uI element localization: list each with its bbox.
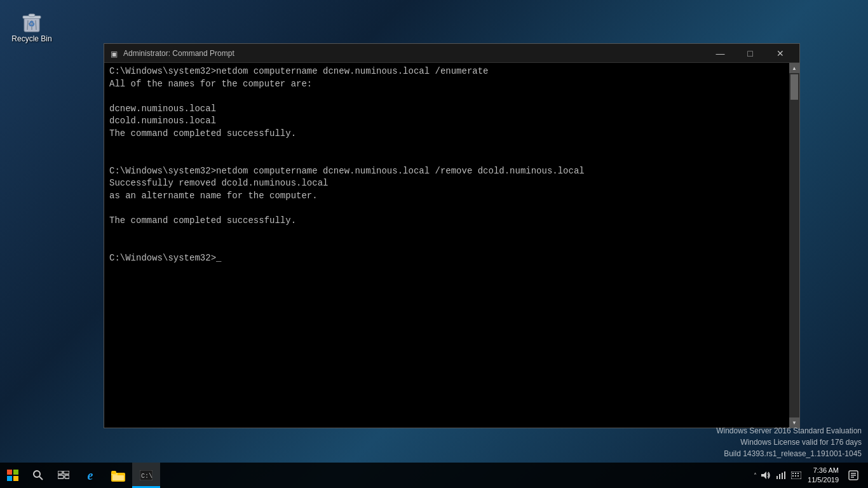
watermark-line2: Windows License valid for 176 days (716, 437, 862, 448)
recycle-bin-graphic: ♻ (19, 9, 44, 34)
taskbar: e C:\>_ ˄ (0, 463, 868, 488)
svg-rect-35 (795, 475, 796, 477)
tray-overflow-button[interactable]: ˄ (754, 472, 757, 479)
svg-rect-21 (111, 471, 116, 474)
search-button[interactable] (25, 463, 51, 488)
ie-taskbar-button[interactable]: e (76, 463, 104, 488)
svg-rect-33 (797, 473, 799, 474)
svg-line-14 (39, 477, 43, 480)
taskbar-items: e C:\>_ (76, 463, 749, 488)
system-clock[interactable]: 7:36 AM 11/5/2019 (805, 466, 841, 485)
explorer-icon (111, 469, 125, 482)
clock-date: 11/5/2019 (808, 475, 839, 485)
speaker-tray-icon[interactable] (759, 469, 772, 482)
os-watermark: Windows Server 2016 Standard Evaluation … (716, 425, 862, 459)
svg-line-5 (36, 20, 36, 30)
svg-rect-10 (13, 470, 18, 475)
svg-rect-27 (779, 474, 780, 479)
cmd-title-icon: ▣ (109, 48, 119, 58)
recycle-bin-label: Recycle Bin (11, 34, 51, 43)
svg-rect-17 (58, 475, 64, 478)
cmd-title-text: Administrator: Command Prompt (123, 49, 706, 58)
keyboard-icon (791, 471, 801, 479)
scroll-up-arrow[interactable]: ▲ (789, 63, 799, 73)
cmd-taskbar-button[interactable]: C:\>_ (132, 463, 160, 488)
system-tray: ˄ (749, 463, 868, 488)
svg-rect-36 (797, 475, 799, 477)
search-icon (33, 470, 43, 480)
svg-rect-11 (7, 476, 12, 481)
svg-rect-9 (7, 470, 12, 475)
maximize-button[interactable]: □ (736, 46, 764, 61)
watermark-line3: Build 14393.rs1_release_1.191001-1045 (716, 448, 862, 459)
svg-rect-26 (776, 476, 778, 479)
recycle-bin-icon[interactable]: ♻ Recycle Bin (6, 6, 57, 46)
svg-text:♻: ♻ (28, 20, 35, 29)
task-view-button[interactable] (51, 463, 76, 488)
svg-rect-29 (784, 471, 785, 479)
scroll-track[interactable] (789, 73, 799, 417)
ie-icon: e (88, 468, 93, 483)
svg-text:C:\>_: C:\>_ (141, 473, 153, 480)
cmd-output[interactable]: C:\Windows\system32>netdom computername … (104, 63, 789, 428)
scrollbar[interactable]: ▲ ▼ (789, 63, 799, 428)
network-tray-icon[interactable] (775, 469, 787, 482)
svg-rect-18 (65, 475, 69, 478)
svg-rect-34 (792, 475, 794, 477)
svg-rect-28 (782, 473, 783, 479)
close-button[interactable]: ✕ (766, 46, 794, 61)
network-icon (776, 471, 786, 480)
cmd-icon: C:\>_ (140, 470, 153, 480)
scroll-thumb[interactable] (790, 74, 798, 100)
svg-point-13 (34, 471, 40, 477)
window-controls: — □ ✕ (706, 46, 794, 61)
cmd-content-wrapper: C:\Windows\system32>netdom computername … (104, 63, 799, 428)
svg-rect-32 (795, 473, 796, 474)
taskview-icon (58, 471, 69, 480)
svg-rect-31 (792, 473, 794, 474)
clock-time: 7:36 AM (808, 466, 839, 475)
explorer-taskbar-button[interactable] (104, 463, 132, 488)
notification-icon (848, 470, 858, 480)
minimize-button[interactable]: — (706, 46, 735, 61)
svg-rect-16 (64, 471, 69, 474)
svg-text:▣: ▣ (111, 50, 118, 58)
desktop: ♻ Recycle Bin ▣ Administrator: Command P… (0, 0, 868, 488)
svg-marker-25 (761, 471, 766, 479)
svg-rect-2 (29, 14, 35, 17)
svg-rect-12 (13, 476, 18, 481)
cmd-window: ▣ Administrator: Command Prompt — □ ✕ C:… (104, 43, 800, 428)
notification-center-button[interactable] (844, 463, 863, 488)
svg-rect-15 (58, 471, 62, 474)
speaker-icon (761, 471, 771, 480)
svg-rect-22 (112, 475, 124, 480)
scroll-down-arrow[interactable]: ▼ (789, 417, 799, 428)
keyboard-tray-icon[interactable] (790, 469, 803, 482)
start-icon (7, 470, 18, 481)
cmd-titlebar[interactable]: ▣ Administrator: Command Prompt — □ ✕ (104, 44, 799, 63)
start-button[interactable] (0, 463, 25, 488)
